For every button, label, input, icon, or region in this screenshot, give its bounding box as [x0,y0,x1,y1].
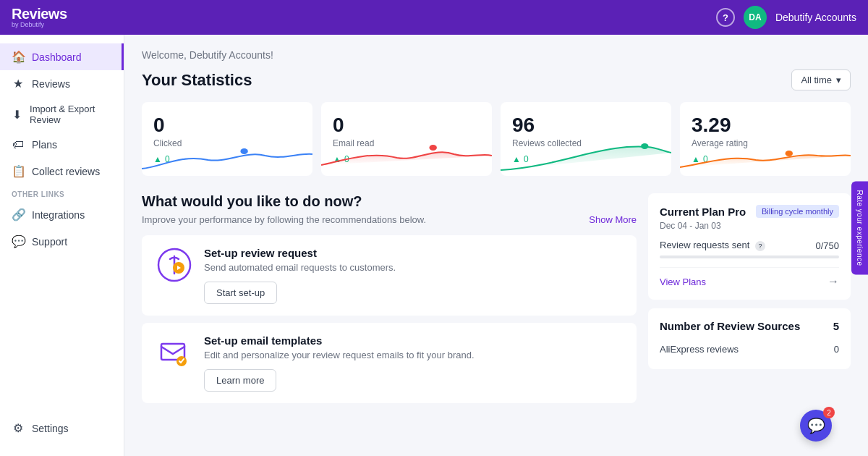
rec-card-title-email-templates: Set-up email templates [204,334,622,347]
rec-content-setup-review: Set-up review request Send automated ema… [204,247,622,304]
sources-header: Number of Review Sources 5 [660,320,839,332]
sidebar: 🏠 Dashboard ★ Reviews ⬇ Import & Export … [0,35,124,456]
chat-icon: 💬 [807,417,825,434]
stat-value-reviews: 96 [512,114,660,137]
tag-icon: 🏷 [12,138,25,151]
setup-review-icon [156,247,192,283]
source-value-aliexpress: 0 [834,344,839,355]
plan-metric-label: Review requests sent ? [660,240,765,251]
learn-more-button[interactable]: Learn more [204,369,276,392]
other-links-label: OTHER LINKS [0,185,124,201]
home-icon: 🏠 [12,50,25,64]
sidebar-item-dashboard[interactable]: 🏠 Dashboard [0,43,124,70]
start-setup-button[interactable]: Start set-up [204,282,277,304]
rec-header: What would you like to do now? [142,193,637,210]
rec-content-email-templates: Set-up email templates Edit and personal… [204,334,622,392]
recommendations-section: What would you like to do now? Improve y… [142,193,637,410]
filter-label: All time [801,75,832,85]
rec-card-setup-review: Set-up review request Send automated ema… [142,235,637,316]
rate-experience-label: Rate your experience [856,190,864,266]
sources-card: Number of Review Sources 5 AliExpress re… [648,308,851,369]
plan-card: Current Plan Pro Billing cycle monthly D… [648,193,851,300]
sidebar-bottom: ⚙ Settings [0,415,124,447]
rec-title: What would you like to do now? [142,193,362,210]
stat-card-reviews: 96 Reviews collected ▲ 0 [501,102,671,176]
plan-metric: Review requests sent ? 0/750 [660,240,839,251]
settings-icon: ⚙ [12,421,25,435]
sidebar-item-collect-reviews[interactable]: 📋 Collect reviews [0,158,124,185]
stat-value-email-read: 0 [333,114,480,137]
rec-card-email-templates: Set-up email templates Edit and personal… [142,323,637,403]
stats-title: Your Statistics [142,71,252,90]
avatar: DA [744,6,767,29]
logo-container: Reviews by Debutify [12,6,67,29]
right-panel: Current Plan Pro Billing cycle monthly D… [648,193,851,410]
plan-header: Current Plan Pro Billing cycle monthly [660,205,839,218]
sidebar-item-reviews[interactable]: ★ Reviews [0,70,124,97]
rec-card-desc-setup-review: Send automated email requests to custome… [204,262,622,273]
source-row-aliexpress: AliExpress reviews 0 [660,341,839,358]
sidebar-item-plans[interactable]: 🏷 Plans [0,132,124,158]
chat-badge: 2 [823,407,835,418]
sidebar-item-integrations[interactable]: 🔗 Integrations [0,201,124,228]
stats-section-header: Your Statistics All time ▾ [142,69,851,90]
email-templates-icon [156,334,192,371]
svg-point-0 [240,148,247,154]
plan-badge: Billing cycle monthly [756,205,839,218]
main-content: Welcome, Debutify Accounts! Your Statist… [124,35,868,456]
bottom-section: What would you like to do now? Improve y… [142,193,851,410]
account-name: Debutify Accounts [775,12,856,23]
clipboard-icon: 📋 [12,164,25,178]
logo-text: Reviews [12,6,67,22]
svg-point-1 [429,145,436,151]
welcome-text: Welcome, Debutify Accounts! [142,49,851,61]
stat-card-rating: 3.29 Average rating ▲ 0 [680,102,851,176]
header: Reviews by Debutify ? DA Debutify Accoun… [0,0,868,35]
chevron-down-icon: ▾ [836,75,841,85]
chat-icon: 💬 [12,235,25,248]
show-more-link[interactable]: Show More [589,214,637,225]
header-right: ? DA Debutify Accounts [716,6,856,29]
star-icon: ★ [12,77,25,90]
rec-card-title-setup-review: Set-up review request [204,247,622,259]
view-plans-link[interactable]: View Plans [660,276,706,287]
view-plans-row: View Plans → [660,267,839,288]
arrow-right-icon: → [827,275,839,288]
info-icon[interactable]: ? [755,241,765,251]
stat-card-email-read: 0 Email read ▲ 0 [321,102,492,176]
stats-grid: 0 Clicked ▲ 0 0 Email read ▲ 0 [142,102,851,176]
sidebar-item-settings[interactable]: ⚙ Settings [0,415,124,442]
rec-card-desc-email-templates: Edit and personalize your review request… [204,350,622,360]
sidebar-item-support[interactable]: 💬 Support [0,228,124,255]
sidebar-top: 🏠 Dashboard ★ Reviews ⬇ Import & Export … [0,43,124,255]
layout: 🏠 Dashboard ★ Reviews ⬇ Import & Export … [0,35,868,456]
sidebar-item-import-export[interactable]: ⬇ Import & Export Review [0,97,124,132]
sources-count: 5 [833,320,839,332]
svg-point-2 [641,143,648,149]
svg-point-3 [786,151,793,156]
rec-subtitle: Improve your performance by following th… [142,214,426,225]
filter-button[interactable]: All time ▾ [791,69,851,90]
sources-title: Number of Review Sources [660,320,800,332]
stat-card-clicked: 0 Clicked ▲ 0 [142,102,312,176]
chat-bubble[interactable]: 💬 2 [800,410,832,442]
progress-bar [660,256,839,258]
plan-metric-value: 0/750 [815,240,839,251]
rate-experience-sidebar[interactable]: Rate your experience [851,181,868,274]
stat-value-clicked: 0 [153,114,301,137]
source-label-aliexpress: AliExpress reviews [660,344,739,355]
stat-value-rating: 3.29 [692,114,839,137]
plan-dates: Dec 04 - Jan 03 [660,221,839,231]
download-icon: ⬇ [12,108,22,122]
plan-name: Current Plan Pro [660,206,746,218]
integrations-icon: 🔗 [12,208,25,221]
help-icon[interactable]: ? [716,8,735,27]
logo-subtext: by Debutify [12,22,67,29]
